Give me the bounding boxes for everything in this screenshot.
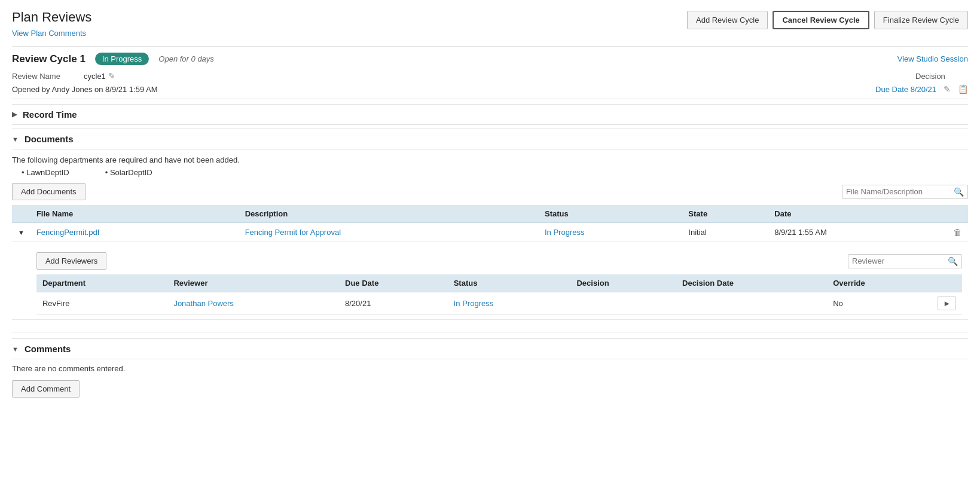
col-date: Date <box>768 205 947 223</box>
col-description: Description <box>239 205 539 223</box>
view-plan-comments-link[interactable]: View Plan Comments <box>12 29 86 38</box>
reviewer-search-icon: 🔍 <box>948 256 958 266</box>
reviewer-search-box[interactable]: 🔍 <box>848 254 962 268</box>
col-reviewer-status: Status <box>448 274 571 292</box>
reviewers-section: Add Reviewers 🔍 Department <box>36 252 962 315</box>
col-override: Override <box>827 274 932 292</box>
comments-title: Comments <box>25 344 71 354</box>
table-row: ▼ FencingPermit.pdf Fencing Permit for A… <box>12 223 968 242</box>
no-comments-text: There are no comments entered. <box>12 364 968 373</box>
reviewers-toolbar: Add Reviewers 🔍 <box>36 252 962 270</box>
file-search-icon: 🔍 <box>954 187 964 197</box>
file-status: In Progress <box>545 228 584 237</box>
reviewer-due-date: 8/20/21 <box>339 292 448 315</box>
reviewer-name[interactable]: Jonathan Powers <box>173 299 233 308</box>
dept-solar: SolarDeptID <box>105 168 152 177</box>
view-studio-session-link[interactable]: View Studio Session <box>897 54 968 63</box>
due-date-value: Due Date 8/20/21 <box>875 85 936 94</box>
review-cycle-title: Review Cycle 1 <box>12 53 86 65</box>
record-time-title: Record Time <box>23 109 77 120</box>
record-time-section-header[interactable]: ▶ Record Time <box>12 104 968 125</box>
docs-toolbar: Add Documents 🔍 <box>12 183 968 200</box>
documents-warning: The following departments are required a… <box>12 155 968 164</box>
cancel-review-cycle-button[interactable]: Cancel Review Cycle <box>773 11 869 29</box>
review-name-label: Review Name <box>12 72 84 81</box>
add-comment-button[interactable]: Add Comment <box>12 380 80 398</box>
review-details: Review Name cycle1 ✎ Decision Opened by … <box>12 71 968 94</box>
reviewer-status: In Progress <box>454 299 493 308</box>
delete-row-icon[interactable]: 🗑 <box>953 227 962 237</box>
reviewer-override: No <box>827 292 932 315</box>
col-department: Department <box>36 274 168 292</box>
file-search-input[interactable] <box>846 187 954 196</box>
file-date: 8/9/21 1:55 AM <box>774 228 826 237</box>
add-review-cycle-button[interactable]: Add Review Cycle <box>687 11 768 29</box>
reviewers-sub-row: Add Reviewers 🔍 Department <box>12 242 968 320</box>
col-reviewer: Reviewer <box>167 274 339 292</box>
review-name-value: cycle1 <box>84 72 106 81</box>
documents-section-header[interactable]: ▼ Documents <box>12 129 968 149</box>
file-search-box[interactable]: 🔍 <box>842 185 968 199</box>
file-state: Initial <box>688 228 706 237</box>
departments-list: LawnDeptID SolarDeptID <box>22 168 968 177</box>
col-decision: Decision <box>570 274 676 292</box>
finalize-review-cycle-button[interactable]: Finalize Review Cycle <box>874 11 968 29</box>
opened-by-label: Opened by Andy Jones on 8/9/21 1:59 AM <box>12 85 158 94</box>
reviewer-row: RevFire Jonathan Powers 8/20/21 In Progr… <box>36 292 962 315</box>
add-documents-button[interactable]: Add Documents <box>12 183 86 200</box>
col-decision-date: Decision Date <box>676 274 827 292</box>
documents-title: Documents <box>25 134 74 144</box>
row-expand-icon[interactable]: ▼ <box>18 229 25 236</box>
reviewer-search-input[interactable] <box>852 256 948 265</box>
reviewer-department: RevFire <box>36 292 168 315</box>
dept-lawn: LawnDeptID <box>22 168 69 177</box>
reviewer-expand-button[interactable]: ► <box>938 297 956 310</box>
col-file-name: File Name <box>30 205 239 223</box>
comments-arrow-icon: ▼ <box>12 346 19 353</box>
documents-content: The following departments are required a… <box>12 155 968 320</box>
review-name-edit-icon[interactable]: ✎ <box>108 71 115 81</box>
top-actions-bar: Add Review Cycle Cancel Review Cycle Fin… <box>687 11 968 29</box>
file-description[interactable]: Fencing Permit for Approval <box>245 228 341 237</box>
add-reviewers-button[interactable]: Add Reviewers <box>36 252 106 270</box>
comments-section: ▼ Comments There are no comments entered… <box>12 332 968 398</box>
due-date-edit-icon[interactable]: ✎ <box>944 84 951 94</box>
col-status: Status <box>539 205 682 223</box>
review-cycle-header: Review Cycle 1 In Progress Open for 0 da… <box>12 46 968 65</box>
comments-section-header[interactable]: ▼ Comments <box>12 338 968 359</box>
due-date-copy-icon[interactable]: 📋 <box>958 84 968 94</box>
documents-arrow-icon: ▼ <box>12 136 19 143</box>
documents-table: File Name Description Status State Date … <box>12 205 968 320</box>
reviewers-table: Department Reviewer Due Date Status Deci… <box>36 274 962 315</box>
decision-label: Decision <box>915 72 963 81</box>
reviewer-decision-date <box>676 292 827 315</box>
status-badge: In Progress <box>95 53 149 65</box>
col-state: State <box>682 205 768 223</box>
file-name-link[interactable]: FencingPermit.pdf <box>36 228 100 237</box>
col-due-date: Due Date <box>339 274 448 292</box>
reviewer-decision <box>570 292 676 315</box>
open-days-label: Open for 0 days <box>158 54 214 63</box>
record-time-arrow-icon: ▶ <box>12 111 17 118</box>
